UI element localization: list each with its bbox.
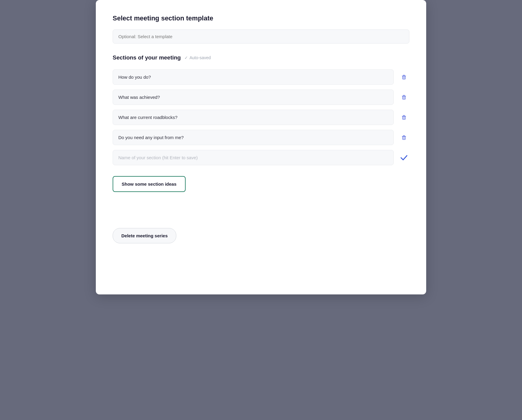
auto-saved-indicator: ✓ Auto-saved bbox=[184, 55, 211, 60]
sections-header: Sections of your meeting ✓ Auto-saved bbox=[113, 54, 409, 61]
trash-icon bbox=[401, 94, 407, 100]
svg-rect-9 bbox=[403, 116, 405, 119]
show-ideas-button[interactable]: Show some section ideas bbox=[113, 176, 186, 192]
confirm-check-icon bbox=[400, 154, 408, 162]
sections-list bbox=[113, 69, 409, 145]
new-section-input[interactable] bbox=[113, 150, 394, 165]
section-row bbox=[113, 110, 409, 125]
delete-section-button-3[interactable] bbox=[399, 112, 409, 123]
show-ideas-section: Show some section ideas bbox=[113, 176, 409, 210]
section-row bbox=[113, 90, 409, 105]
delete-section-button-2[interactable] bbox=[399, 92, 409, 103]
auto-saved-label: Auto-saved bbox=[190, 55, 211, 60]
autosave-check-icon: ✓ bbox=[184, 55, 188, 60]
section-row bbox=[113, 130, 409, 145]
modal-container: Select meeting section template Sections… bbox=[96, 0, 426, 294]
trash-icon bbox=[401, 74, 407, 80]
modal-title: Select meeting section template bbox=[113, 14, 409, 22]
template-select-input[interactable] bbox=[113, 29, 409, 44]
section-input-1[interactable] bbox=[113, 69, 394, 85]
section-input-2[interactable] bbox=[113, 90, 394, 105]
svg-rect-1 bbox=[403, 76, 405, 79]
delete-section-button-1[interactable] bbox=[399, 72, 409, 83]
delete-section: Delete meeting series bbox=[113, 228, 409, 243]
trash-icon bbox=[401, 135, 407, 141]
section-row bbox=[113, 69, 409, 85]
section-input-3[interactable] bbox=[113, 110, 394, 125]
delete-meeting-button[interactable]: Delete meeting series bbox=[113, 228, 176, 243]
svg-rect-13 bbox=[403, 136, 405, 139]
trash-icon bbox=[401, 114, 407, 120]
delete-section-button-4[interactable] bbox=[399, 132, 409, 143]
svg-rect-5 bbox=[403, 96, 405, 99]
confirm-section-button[interactable] bbox=[399, 152, 409, 163]
sections-title: Sections of your meeting bbox=[113, 54, 181, 61]
section-input-4[interactable] bbox=[113, 130, 394, 145]
new-section-row bbox=[113, 150, 409, 165]
